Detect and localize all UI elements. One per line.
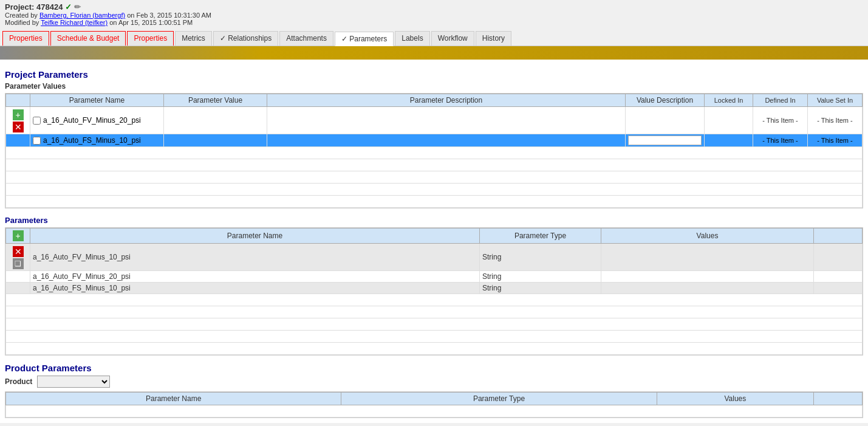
param-checkbox-2[interactable] <box>33 137 41 145</box>
locked-in-header: Locked In <box>705 94 753 107</box>
param-value-cell <box>164 107 267 134</box>
modified-user-link[interactable]: Teifke Richard (teifker) <box>41 19 108 26</box>
created-user-link[interactable]: Bamberg, Florian (bambergf) <box>39 12 125 19</box>
pvalues-cell-1 <box>601 244 814 271</box>
main-content: Project Parameters Parameter Values Para… <box>0 60 868 423</box>
param-desc-cell <box>267 107 626 134</box>
prod-values-header: Values <box>657 393 813 405</box>
add-param-button[interactable]: + <box>13 109 24 120</box>
empty-prod-row <box>6 405 863 417</box>
val-desc-cell <box>626 107 705 134</box>
empty-row-p <box>6 318 863 331</box>
ptype-cell-3: String <box>480 283 601 294</box>
product-select[interactable] <box>37 376 110 388</box>
parameters-row-2: a_16_Auto_FV_Minus_20_psi String <box>6 271 863 283</box>
pname-cell-2: a_16_Auto_FV_Minus_20_psi <box>30 271 480 283</box>
tab-workflow[interactable]: Workflow <box>431 31 474 46</box>
product-params-title: Product Parameters <box>5 363 863 373</box>
created-by-label: Created by <box>5 12 38 19</box>
val-desc-input-2[interactable] <box>628 136 702 145</box>
row-toolbar: + ✕ <box>9 108 27 132</box>
header: Project: 478424 ✓ ✏ Created by Bamberg, … <box>0 0 868 29</box>
tab-relationships[interactable]: ✓ Relationships <box>213 31 278 46</box>
created-date: on Feb 3, 2015 10:31:30 AM <box>127 12 211 19</box>
empty-row <box>6 184 863 196</box>
val-desc-cell-2 <box>626 134 705 147</box>
param-desc-input[interactable] <box>270 116 623 125</box>
param-values-label: Parameter Values <box>5 82 863 91</box>
ptype-cell-2: String <box>480 271 601 283</box>
param-value-input-2[interactable] <box>166 136 264 145</box>
tab-metrics[interactable]: Metrics <box>175 31 212 46</box>
tab-bar: Properties Schedule & Budget Properties … <box>0 29 868 46</box>
project-id: Project: 478424 <box>5 2 63 12</box>
tab-parameters[interactable]: ✓ Parameters <box>335 32 394 46</box>
tab-attachments[interactable]: Attachments <box>279 31 333 46</box>
add-parameter-button[interactable]: + <box>13 230 24 241</box>
product-params-section: Product Parameters Product Parameter Nam… <box>5 363 863 418</box>
edit-icon: ✏ <box>74 2 81 12</box>
param-name-input-2[interactable] <box>43 136 161 145</box>
param-values-table-wrap: Parameter Name Parameter Value Parameter… <box>5 93 863 208</box>
param-desc-input-2[interactable] <box>270 136 623 145</box>
pextra-cell-3 <box>814 283 863 294</box>
parameters-row-3: a_16_Auto_FS_Minus_10_psi String <box>6 283 863 294</box>
param-checkbox[interactable] <box>33 117 41 125</box>
locked-in-cell <box>705 107 753 134</box>
parameters-title: Parameters <box>5 216 863 225</box>
modified-date: on Apr 15, 2015 1:00:51 PM <box>109 19 193 26</box>
delete-param-button[interactable]: ✕ <box>13 122 24 132</box>
param-name-header: Parameter Name <box>30 94 164 107</box>
tools-header-2: + <box>6 228 30 244</box>
pvalues-cell-2 <box>601 271 814 283</box>
tab-schedule-budget[interactable]: Schedule & Budget <box>50 31 126 46</box>
empty-row-p <box>6 343 863 355</box>
empty-row <box>6 159 863 171</box>
product-row: Product <box>5 376 863 388</box>
copy-param-2[interactable]: ❑ <box>13 258 24 269</box>
locked-in-cell-2 <box>705 134 753 147</box>
tab-properties-1[interactable]: Properties <box>2 31 49 46</box>
pname-cell-1: a_16_Auto_FV_Minus_10_psi <box>30 244 480 271</box>
defined-in-cell: - This Item - <box>753 107 808 134</box>
defined-in-cell-2: - This Item - <box>753 134 808 147</box>
modified-by-label: Modified by <box>5 19 39 26</box>
ptype-cell-1: String <box>480 244 601 271</box>
param-name-input[interactable] <box>43 116 161 125</box>
pvalues-header: Values <box>601 228 814 244</box>
pname-header: Parameter Name <box>30 228 480 244</box>
val-desc-header: Value Description <box>626 94 705 107</box>
tab-history[interactable]: History <box>476 31 511 46</box>
param-value-cell-2 <box>164 134 267 147</box>
parameters-row-1: ✕ ❑ a_16_Auto_FV_Minus_10_psi String <box>6 244 863 271</box>
parameters-table: + Parameter Name Parameter Type Values ✕ <box>5 228 863 355</box>
pextra-cell-2 <box>814 271 863 283</box>
ptype-header: Parameter Type <box>480 228 601 244</box>
empty-row <box>6 196 863 208</box>
valset-in-cell-2: - This Item - <box>808 134 863 147</box>
product-label: Product <box>5 377 32 386</box>
created-meta: Created by Bamberg, Florian (bambergf) o… <box>5 12 863 19</box>
param-name-cell <box>30 107 164 134</box>
val-desc-input[interactable] <box>628 116 702 125</box>
project-params-section: Project Parameters Parameter Values Para… <box>5 69 863 208</box>
modified-meta: Modified by Teifke Richard (teifker) on … <box>5 19 863 26</box>
param-values-table: Parameter Name Parameter Value Parameter… <box>5 94 863 208</box>
product-table: Parameter Name Parameter Type Values <box>5 392 863 417</box>
prod-pname-header: Parameter Name <box>6 393 341 405</box>
tab-properties-2[interactable]: Properties <box>127 31 174 46</box>
pname-cell-3: a_16_Auto_FS_Minus_10_psi <box>30 283 480 294</box>
empty-row <box>6 147 863 159</box>
empty-row <box>6 171 863 184</box>
pvalues-cell-3 <box>601 283 814 294</box>
delete-param-2[interactable]: ✕ <box>13 246 24 257</box>
param-desc-header: Parameter Description <box>267 94 626 107</box>
param-value-input[interactable] <box>166 116 264 125</box>
tab-labels[interactable]: Labels <box>395 31 429 46</box>
empty-row-p <box>6 306 863 318</box>
param-desc-cell-2 <box>267 134 626 147</box>
banner <box>0 46 868 60</box>
parameters-section: Parameters + Parameter Name Parameter Ty… <box>5 216 863 356</box>
valset-in-header: Value Set In <box>808 94 863 107</box>
tools-header <box>6 94 30 107</box>
